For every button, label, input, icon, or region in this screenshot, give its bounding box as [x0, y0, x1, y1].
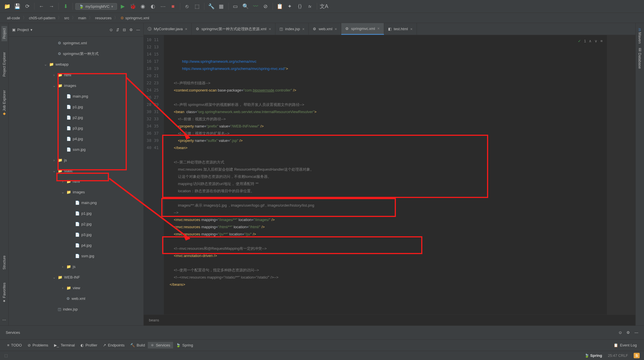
close-icon[interactable]: ×	[302, 27, 304, 31]
profile-icon[interactable]: ◐	[149, 2, 157, 11]
breadcrumb-item[interactable]: ch05-url-pattern	[27, 15, 57, 21]
close-icon[interactable]: ×	[185, 27, 187, 31]
tree-item[interactable]: 📄p4.jpg	[9, 134, 143, 144]
tree-item[interactable]: ›📁html	[9, 70, 143, 80]
tree-item[interactable]: ⚙web.xml	[9, 293, 143, 304]
breadcrumb-item[interactable]: all-code	[5, 15, 22, 21]
forward-icon[interactable]: →	[47, 2, 56, 11]
bracket-icon[interactable]: ⟨⟩	[296, 2, 304, 11]
hide-icon[interactable]: —	[136, 28, 140, 32]
sidebar-title[interactable]: ▣ Project ▾	[12, 28, 107, 32]
tree-item[interactable]: ⌄📁images	[9, 187, 143, 197]
refresh-icon[interactable]: ⟳	[23, 2, 32, 11]
breadcrumb-item[interactable]: resources	[93, 15, 113, 21]
save-icon[interactable]: 💾	[13, 2, 22, 11]
right-tab-database[interactable]: 🗄 Database	[637, 46, 643, 71]
target-icon[interactable]: ⊙	[110, 28, 113, 32]
gear-icon[interactable]: ⚙	[129, 28, 133, 32]
editor-tab[interactable]: ⒿMyController.java×	[144, 23, 192, 35]
tree-item[interactable]: ◫index.jsp	[9, 304, 143, 315]
cube-icon[interactable]: ⬚	[193, 2, 202, 11]
editor-tab[interactable]: ⚙springmvc.xml×	[341, 23, 384, 35]
tree-item[interactable]: ⌄📁WEB-INF	[9, 272, 143, 283]
vcs-icon[interactable]: ⎋	[183, 2, 191, 11]
tree-item[interactable]: ⚙springmvc第一种方式	[9, 48, 143, 59]
tree-item[interactable]: 📄p3.jpg	[9, 123, 143, 134]
run-config-selector[interactable]: 🍃 mySpringMVC ▾	[75, 3, 117, 10]
bottom-tab[interactable]: ↗Endpoints	[100, 342, 127, 348]
block-icon[interactable]: ⊘	[261, 2, 270, 11]
back-icon[interactable]: ←	[37, 2, 46, 11]
bottom-tab[interactable]: ⚛Services	[148, 342, 173, 348]
minimap[interactable]	[607, 35, 635, 315]
services-hide-icon[interactable]: —	[635, 330, 638, 335]
left-tab-favorites[interactable]: ★ Favorites	[1, 280, 7, 305]
more-icon[interactable]: ▦	[217, 2, 226, 11]
services-target-icon[interactable]: ⊙	[619, 330, 622, 335]
close-icon[interactable]: ×	[377, 26, 379, 31]
tree-item[interactable]: 📄p1.jpg	[9, 102, 143, 112]
plus-icon[interactable]: ✦	[285, 2, 294, 11]
close-icon[interactable]: ×	[269, 27, 271, 31]
tree-item[interactable]: 📄p2.jpg	[9, 219, 143, 229]
event-log-button[interactable]: 📋 Event Log	[611, 342, 640, 348]
layout-icon[interactable]: ▭	[231, 2, 240, 11]
editor-tab[interactable]: ◫index.jsp×	[275, 23, 309, 35]
tree-item[interactable]: ⌄📁webapp	[9, 59, 143, 70]
code-editor[interactable]: ✓1 ∧∨≡ http://www.springframework.org/sc…	[164, 35, 607, 315]
left-tab-project-explorer[interactable]: Project Explorer	[1, 50, 7, 79]
editor-breadcrumb[interactable]: beans	[144, 315, 635, 325]
tree-item[interactable]: ⚙springmvc.xml	[9, 38, 143, 48]
tree-item[interactable]: 📄ssm.jpg	[9, 251, 143, 261]
left-tab-job-explorer[interactable]: ◆ Job Explorer	[1, 88, 7, 119]
editor-tab[interactable]: ◧test.html×	[384, 23, 417, 35]
tree-item[interactable]: ›📁js	[9, 155, 143, 165]
bottom-tab[interactable]: ⊘Problems	[25, 342, 51, 348]
close-icon[interactable]: ×	[410, 27, 413, 31]
right-tab-maven[interactable]: m Maven	[637, 26, 643, 46]
tree-item[interactable]: 📄p3.jpg	[9, 229, 143, 240]
tree-item[interactable]: 📄p4.jpg	[9, 240, 143, 251]
tree-item[interactable]: 📄p2.jpg	[9, 112, 143, 123]
open-icon[interactable]: 📁	[3, 2, 12, 11]
debug-icon[interactable]: 🐞	[129, 2, 137, 11]
search-icon[interactable]: 🔍	[241, 2, 250, 11]
stop-icon[interactable]: ■	[169, 2, 177, 11]
translate-icon[interactable]: 文A	[320, 2, 328, 11]
expand-icon[interactable]: ⇵	[116, 28, 119, 32]
breadcrumb-item[interactable]: main	[76, 15, 88, 21]
project-tree[interactable]: ⚙springmvc.xml⚙springmvc第一种方式⌄📁webapp›📁h…	[9, 37, 143, 325]
tree-item[interactable]: 📄main.png	[9, 91, 143, 102]
clipboard-icon[interactable]: 📋	[275, 2, 284, 11]
breadcrumb-item[interactable]: src	[62, 15, 71, 21]
coverage-icon[interactable]: ◉	[139, 2, 147, 11]
wrench-icon[interactable]: 🔧	[207, 2, 216, 11]
bottom-tab[interactable]: ≡TODO	[4, 342, 25, 348]
close-icon[interactable]: ×	[335, 27, 337, 31]
build-icon[interactable]: ⬇	[61, 2, 70, 11]
editor-tab[interactable]: ⚙web.xml×	[309, 23, 341, 35]
fx-icon[interactable]: fx	[306, 2, 314, 11]
attach-icon[interactable]: ⋯	[159, 2, 167, 11]
run-icon[interactable]: ▶	[118, 2, 127, 11]
left-tab-structure[interactable]: Structure	[1, 253, 7, 272]
tree-item[interactable]: 📄p1.jpg	[9, 208, 143, 219]
breadcrumb-item[interactable]: ⚙ springmvc.xml	[119, 15, 151, 21]
tree-item[interactable]: ⌄📁images	[9, 80, 143, 91]
chart-icon[interactable]: 〰	[251, 2, 260, 11]
collapse-icon[interactable]: ⊟	[123, 28, 126, 32]
services-gear-icon[interactable]: ⚙	[626, 330, 630, 335]
editor-tab[interactable]: ⚙springmvc第一种方式处理静态资源.xml×	[192, 23, 275, 35]
tree-item[interactable]: 📄ssm.jpg	[9, 144, 143, 155]
bottom-tab[interactable]: 🔨Build	[127, 342, 148, 348]
tree-item[interactable]: ›📁js	[9, 261, 143, 272]
left-tab-project[interactable]: Project	[1, 26, 7, 41]
bottom-tab[interactable]: ▶_Terminal	[51, 342, 78, 348]
bottom-tab[interactable]: 🍃Spring	[173, 342, 196, 348]
tree-item[interactable]: ⌄📁static	[9, 165, 143, 176]
tree-item[interactable]: ›📁view	[9, 283, 143, 293]
tree-item[interactable]: ›📁html	[9, 176, 143, 187]
tree-item[interactable]: 📄main.png	[9, 197, 143, 208]
bottom-tab[interactable]: ◐Profiler	[78, 342, 100, 348]
inspection-widget[interactable]: ✓1 ∧∨≡	[578, 37, 603, 45]
